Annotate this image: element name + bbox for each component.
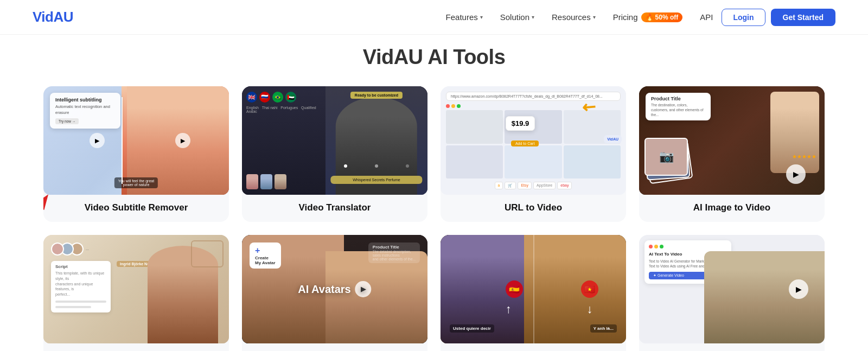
product-title-text: Product Title <box>373 245 416 250</box>
card-ai-image-to-video[interactable]: Product Title The destination, colors, c… <box>639 86 825 222</box>
main-content: VidAU AI Tools Intelligent subtitling <box>0 35 868 351</box>
card-ai-avatars[interactable]: + CreateMy Avatar AI Avatars ▶ Product T… <box>242 235 427 351</box>
translator-right-panel: Whispered Secrets Perfume Ready to be cu… <box>326 86 427 195</box>
window-dots <box>649 245 727 248</box>
card-free-video-generator[interactable]: ... Script This template, with its uniqu… <box>43 235 229 351</box>
flag-spain: 🇪🇸 <box>506 280 523 298</box>
script-panel: Script This template, with its unique st… <box>51 261 111 312</box>
get-started-button[interactable]: Get Started <box>771 9 835 26</box>
card-label-subtitle-remover: Video Subtitle Remover <box>43 195 229 222</box>
flag-ae: 🇦🇪 <box>285 92 296 103</box>
card-label-translator: Video Translator <box>242 195 427 222</box>
relaxing-woman-visual <box>704 251 825 343</box>
avatar-woman-right <box>326 251 427 343</box>
whisper-box: Whispered Secrets Perfume <box>330 176 422 184</box>
avatar-row: ... <box>51 242 89 256</box>
nav-links: Features ▾ Solution ▾ Resources ▾ Pricin… <box>446 12 683 22</box>
vidau-mini-badge: VidAU <box>604 135 622 143</box>
dot-red <box>649 245 653 248</box>
dot-yellow <box>654 245 658 248</box>
ai-avatars-image: + CreateMy Avatar AI Avatars ▶ Product T… <box>242 235 427 343</box>
flag-br: 🇧🇷 <box>272 92 283 103</box>
login-button[interactable]: Login <box>722 9 765 26</box>
page-title: VidAU AI Tools <box>43 46 825 69</box>
card-label-ai-image-to-video: AI Image to Video <box>639 195 825 222</box>
arrow-up-icon: ↑ <box>506 302 512 316</box>
product-title-overlay: Product Title The detailed description,s… <box>368 242 420 263</box>
create-avatar-badge: + CreateMy Avatar <box>250 242 281 269</box>
shopify-logo: 🛒 <box>505 182 516 189</box>
create-badge-text: CreateMy Avatar <box>255 256 276 265</box>
arrow-down-icon: ↓ <box>586 302 592 316</box>
faces-row <box>246 174 321 189</box>
card-subtitle-translator[interactable]: 🇪🇸 🇻🇳 ↑ ↓ Usted quiere decir Y anh là...… <box>441 235 626 351</box>
play-button-left[interactable]: ▶ <box>90 133 105 148</box>
nav-resources[interactable]: Resources ▾ <box>552 12 596 22</box>
subtitle-panel-text: Automatic text recognition and erasure <box>55 104 115 116</box>
play-button[interactable]: ▶ <box>786 164 806 184</box>
shop-logos: a 🛒 Etsy AppStore ebay <box>446 182 621 189</box>
play-button[interactable]: ▶ <box>789 279 808 299</box>
card-ai-text-to-video[interactable]: AI Text To Video Text to Video AI Genera… <box>639 235 825 351</box>
card-video-subtitle-remover[interactable]: Intelligent subtitling Automatic text re… <box>43 86 229 222</box>
nav-pricing[interactable]: Pricing 🔥 50% off <box>613 12 683 22</box>
nav-api[interactable]: API <box>700 12 713 22</box>
ai-image-to-video-image: Product Title The destination, colors, c… <box>639 86 825 195</box>
product-cell <box>505 145 561 179</box>
avatar-dots: ... <box>86 242 89 256</box>
translator-left-panel: 🇬🇧 🇷🇺 🇧🇷 🇦🇪 English Thai nahi Portugues … <box>242 86 326 195</box>
nav-features[interactable]: Features ▾ <box>446 12 483 22</box>
amazon-logo: a <box>495 182 503 189</box>
playback-dots <box>331 164 422 168</box>
add-to-cart-btn: Add to Cart <box>511 141 539 146</box>
ebay-logo: ebay <box>557 182 572 189</box>
subtitle-panel-btn: Try now → <box>55 118 79 124</box>
card-video-translator[interactable]: 🇬🇧 🇷🇺 🇧🇷 🇦🇪 English Thai nahi Portugues … <box>242 86 427 222</box>
woman-figure <box>770 92 819 173</box>
avatar-1 <box>51 242 64 256</box>
dot-green <box>660 245 663 248</box>
language-flags: 🇬🇧 🇷🇺 🇧🇷 🇦🇪 <box>246 92 321 103</box>
card-label-ai-avatars: AI Avatars <box>242 343 427 351</box>
url-to-video-image: https://www.amazon.com/dp/B082R4T77T?cfs… <box>441 86 626 195</box>
card-url-to-video[interactable]: https://www.amazon.com/dp/B082R4T77T?cfs… <box>441 86 626 222</box>
face-2 <box>260 174 272 189</box>
subtitle-panel: Intelligent subtitling Automatic text re… <box>50 93 120 129</box>
logo[interactable]: VidAU <box>33 9 73 25</box>
play-button-right[interactable]: ▶ <box>175 133 190 148</box>
script-text: This template, with its unique style, it… <box>55 271 106 297</box>
play-button[interactable]: ▶ <box>355 281 372 297</box>
face-1 <box>246 174 258 189</box>
star-rating: ★★★★★ <box>792 154 816 159</box>
subtitle-text-vietnamese: Y anh là... <box>590 324 617 333</box>
navigation: VidAU Features ▾ Solution ▾ Resources ▾ … <box>0 0 868 35</box>
nav-solution[interactable]: Solution ▾ <box>500 12 534 22</box>
translator-image: 🇬🇧 🇷🇺 🇧🇷 🇦🇪 English Thai nahi Portugues … <box>242 86 427 195</box>
chevron-down-icon: ▾ <box>593 14 596 20</box>
ai-text-to-video-image: AI Text To Video Text to Video AI Genera… <box>639 235 825 343</box>
appstore-logo: AppStore <box>533 182 556 189</box>
card-label-free-video-generator: Free Video Generator <box>43 343 229 351</box>
product-cell <box>564 145 621 179</box>
product-title-card: Product Title The destination, colors, c… <box>646 93 711 120</box>
flag-uk: 🇬🇧 <box>246 92 257 103</box>
stacked-photos: 📷 <box>644 138 699 187</box>
card-label-ai-text-to-video: AI Text to Video <box>639 343 825 351</box>
subtitle-text-spanish: Usted quiere decir <box>450 324 494 333</box>
product-cell <box>446 110 503 144</box>
price-tag: $19.9 <box>506 116 535 131</box>
product-cell <box>446 145 503 179</box>
product-desc-text: The destination, colors, customers, and … <box>651 103 705 117</box>
etsy-logo: Etsy <box>518 182 532 189</box>
flag-ru: 🇷🇺 <box>259 92 270 103</box>
product-title-text: Product Title <box>651 96 705 101</box>
ai-avatars-center-label: AI Avatars ▶ <box>298 281 371 297</box>
script-lines <box>55 299 106 309</box>
product-desc: The detailed description,sales instructi… <box>373 250 416 261</box>
tools-grid: Intelligent subtitling Automatic text re… <box>43 86 825 351</box>
divider <box>122 97 123 184</box>
card-label-url-to-video: URL to Video <box>441 195 626 222</box>
card-label-subtitle-translator: Subtitle Translator <box>441 343 626 351</box>
subtitle-panel-title: Intelligent subtitling <box>55 97 115 103</box>
divider-line <box>533 235 534 343</box>
